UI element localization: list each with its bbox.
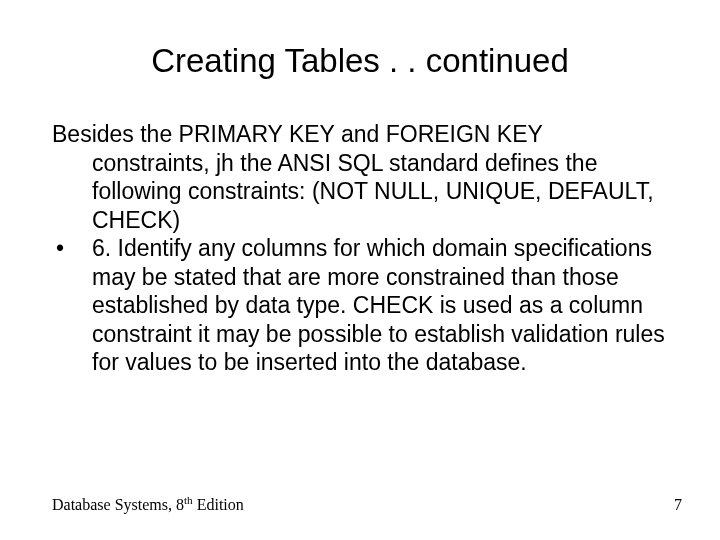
footer-book-text: Database Systems, 8 xyxy=(52,496,184,513)
page-number: 7 xyxy=(674,496,682,514)
slide: Creating Tables . . continued Besides th… xyxy=(0,0,720,540)
footer-book-sup: th xyxy=(184,494,193,506)
slide-body: Besides the PRIMARY KEY and FOREIGN KEY … xyxy=(52,120,668,377)
footer-book-edition: Edition xyxy=(193,496,244,513)
bullet-1-text: 6. Identify any columns for which domain… xyxy=(78,234,668,377)
footer-book: Database Systems, 8th Edition xyxy=(52,494,244,514)
slide-title: Creating Tables . . continued xyxy=(0,42,720,80)
bullet-1: 6. Identify any columns for which domain… xyxy=(52,234,668,377)
paragraph-1: Besides the PRIMARY KEY and FOREIGN KEY … xyxy=(52,120,668,234)
paragraph-1-line1: Besides the PRIMARY KEY and FOREIGN KEY xyxy=(52,121,543,147)
paragraph-1-rest: constraints, jh the ANSI SQL standard de… xyxy=(52,149,668,235)
